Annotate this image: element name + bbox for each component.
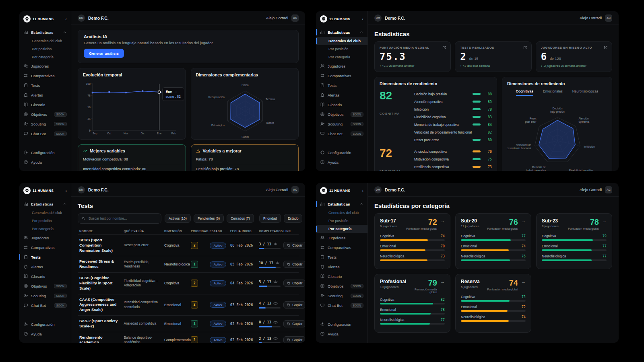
arrow-right-icon[interactable]: → — [521, 280, 526, 284]
user-avatar[interactable]: AC — [605, 14, 612, 22]
sidebar-item-estadisticas[interactable]: Estadísticas — [19, 199, 71, 209]
copy-link-button[interactable]: Copiar — [283, 280, 305, 287]
sidebar-subitem-por-posicion[interactable]: Por posición — [316, 45, 367, 53]
arrow-right-icon[interactable]: → — [440, 280, 445, 284]
filter-chip-pendientes-6-[interactable]: Pendientes (6) — [194, 214, 224, 223]
sidebar-subitem-por-categoria[interactable]: Por categoría — [19, 53, 71, 61]
sidebar-item-objetivos[interactable]: ObjetivosSOON — [19, 281, 71, 291]
sidebar-subitem-generales-del-club[interactable]: Generales del club — [316, 209, 367, 217]
filter-chip-estado[interactable]: Estado — [284, 214, 302, 223]
sidebar-item-jugadores[interactable]: Jugadores — [19, 233, 71, 243]
arrow-right-icon[interactable]: → — [440, 219, 445, 223]
sidebar-item-chat-bot[interactable]: Chat BotSOON — [19, 300, 71, 310]
sidebar-item-glosario[interactable]: Glosario — [316, 100, 367, 109]
sidebar-item-chat-bot[interactable]: Chat BotSOON — [19, 129, 71, 138]
sidebar-subitem-por-categoria[interactable]: Por categoría — [19, 225, 71, 233]
sidebar-item-glosario[interactable]: Glosario — [19, 272, 71, 281]
copy-link-button[interactable]: Copiar — [283, 336, 305, 343]
copy-link-button[interactable]: Copiar — [283, 301, 305, 309]
copy-link-button[interactable]: Copiar — [283, 261, 305, 268]
eye-icon[interactable] — [273, 242, 278, 246]
eye-icon[interactable] — [273, 280, 278, 284]
user-avatar[interactable]: AC — [605, 186, 612, 193]
sidebar-item-estadisticas[interactable]: Estadísticas — [316, 199, 367, 209]
category-card-sub-20[interactable]: Sub-2011 jugadores76Puntuación media glo… — [455, 213, 531, 269]
sidebar-item-tests[interactable]: Tests — [316, 252, 367, 262]
table-row[interactable]: SAS-2 (Sport Anxiety Scale-2)Ansiedad co… — [78, 315, 299, 332]
sidebar-item-jugadores[interactable]: Jugadores — [316, 233, 367, 243]
sidebar-subitem-por-posicion[interactable]: Por posición — [19, 45, 71, 53]
sidebar-item-comparativas[interactable]: Comparativas — [19, 71, 71, 80]
table-row[interactable]: Perceived Stress & ReadinessEstrés perci… — [78, 256, 299, 273]
sidebar-item-comparativas[interactable]: Comparativas — [19, 243, 71, 252]
sidebar-item-jugadores[interactable]: Jugadores — [19, 61, 71, 71]
sidebar-item-configuracion[interactable]: Configuración — [19, 319, 71, 329]
sidebar-item-tests[interactable]: Tests — [19, 80, 71, 90]
sidebar-item-objetivos[interactable]: ObjetivosSOON — [316, 109, 367, 119]
sidebar-item-scouting[interactable]: ScoutingSOON — [316, 291, 367, 300]
arrow-right-icon[interactable]: → — [521, 219, 526, 223]
sidebar-item-ayuda[interactable]: Ayuda — [316, 329, 367, 339]
sidebar-item-tests[interactable]: Tests — [316, 80, 367, 90]
external-link-icon[interactable] — [442, 45, 446, 50]
sidebar-item-objetivos[interactable]: ObjetivosSOON — [316, 281, 367, 291]
sidebar-item-estadisticas[interactable]: Estadísticas — [19, 27, 71, 37]
sidebar-subitem-por-posicion[interactable]: Por posición — [19, 217, 71, 225]
sidebar-item-alertas[interactable]: Alertas — [316, 262, 367, 272]
eye-icon[interactable] — [275, 261, 280, 265]
sidebar-subitem-generales-del-club[interactable]: Generales del club — [316, 37, 367, 45]
table-row[interactable]: SCRS (Sport Competition Rumination Scale… — [78, 235, 299, 256]
arrow-right-icon[interactable]: → — [602, 219, 607, 223]
sidebar-subitem-generales-del-club[interactable]: Generales del club — [19, 209, 71, 217]
generate-analysis-button[interactable]: Generar análisis — [84, 49, 124, 58]
filter-chip-activos-10-[interactable]: Activos (10) — [165, 214, 191, 223]
eye-icon[interactable] — [273, 336, 278, 341]
external-link-icon[interactable] — [603, 45, 608, 50]
category-card-reserva[interactable]: Reserva5 jugadores74Puntuación media glo… — [455, 274, 531, 333]
sidebar-item-scouting[interactable]: ScoutingSOON — [19, 119, 71, 129]
eye-icon[interactable] — [273, 320, 278, 325]
category-card-sub-23[interactable]: Sub-238 jugadores78Puntuación media glob… — [536, 213, 612, 269]
user-avatar[interactable]: AC — [291, 14, 299, 22]
filter-chip-prioridad[interactable]: Prioridad — [259, 214, 281, 223]
sidebar-item-estadisticas[interactable]: Estadísticas — [316, 27, 367, 37]
sidebar-collapse-button[interactable]: ‹ — [65, 189, 67, 193]
category-card-profesional[interactable]: Profesional10 jugadores79Puntuación medi… — [374, 274, 450, 333]
tab-emocionales[interactable]: Emocionales — [543, 89, 563, 96]
filter-chip-cerrados-7-[interactable]: Cerrados (7) — [227, 214, 254, 223]
sidebar-item-jugadores[interactable]: Jugadores — [316, 61, 367, 71]
category-card-sub-17[interactable]: Sub-176 jugadores72Puntuación media glob… — [374, 213, 450, 269]
sidebar-item-alertas[interactable]: Alertas — [19, 262, 71, 272]
search-input[interactable] — [88, 216, 157, 221]
sidebar-item-ayuda[interactable]: Ayuda — [316, 157, 367, 167]
tab-neurofisiologicas[interactable]: Neurofisiológicas — [572, 89, 599, 96]
sidebar-item-comparativas[interactable]: Comparativas — [316, 243, 367, 252]
sidebar-item-glosario[interactable]: Glosario — [19, 100, 71, 109]
sidebar-subitem-por-categoria[interactable]: Por categoría — [316, 225, 367, 233]
sidebar-item-configuracion[interactable]: Configuración — [316, 319, 367, 329]
table-row[interactable]: CAAS (Competitive Aggressiveness and Ang… — [78, 294, 299, 315]
sidebar-item-scouting[interactable]: ScoutingSOON — [19, 291, 71, 300]
sidebar-item-glosario[interactable]: Glosario — [316, 272, 367, 281]
sidebar-item-alertas[interactable]: Alertas — [19, 90, 71, 100]
sidebar-subitem-generales-del-club[interactable]: Generales del club — [19, 37, 71, 45]
copy-link-button[interactable]: Copiar — [283, 320, 305, 327]
sidebar-item-scouting[interactable]: ScoutingSOON — [316, 119, 367, 129]
table-row[interactable]: Rendimiento académicoBalance deportivo-a… — [78, 332, 299, 343]
sidebar-item-configuracion[interactable]: Configuración — [316, 148, 367, 157]
sidebar-collapse-button[interactable]: ‹ — [362, 189, 363, 193]
sidebar-collapse-button[interactable]: ‹ — [362, 17, 363, 21]
sidebar-item-ayuda[interactable]: Ayuda — [19, 329, 71, 339]
search-box[interactable] — [78, 213, 161, 224]
sidebar-item-tests[interactable]: Tests — [19, 252, 71, 262]
eye-icon[interactable] — [273, 301, 278, 306]
sidebar-subitem-por-posicion[interactable]: Por posición — [316, 217, 367, 225]
copy-link-button[interactable]: Copiar — [283, 242, 305, 249]
sidebar-item-comparativas[interactable]: Comparativas — [316, 71, 367, 80]
external-link-icon[interactable] — [523, 45, 527, 50]
sidebar-item-configuracion[interactable]: Configuración — [19, 148, 71, 157]
table-row[interactable]: CFSS (Cognitive Flexibility in Sport Sca… — [78, 273, 299, 294]
sidebar-collapse-button[interactable]: ‹ — [65, 17, 67, 21]
tab-cognitivas[interactable]: Cognitivas — [516, 89, 533, 96]
sidebar-item-ayuda[interactable]: Ayuda — [19, 157, 71, 167]
